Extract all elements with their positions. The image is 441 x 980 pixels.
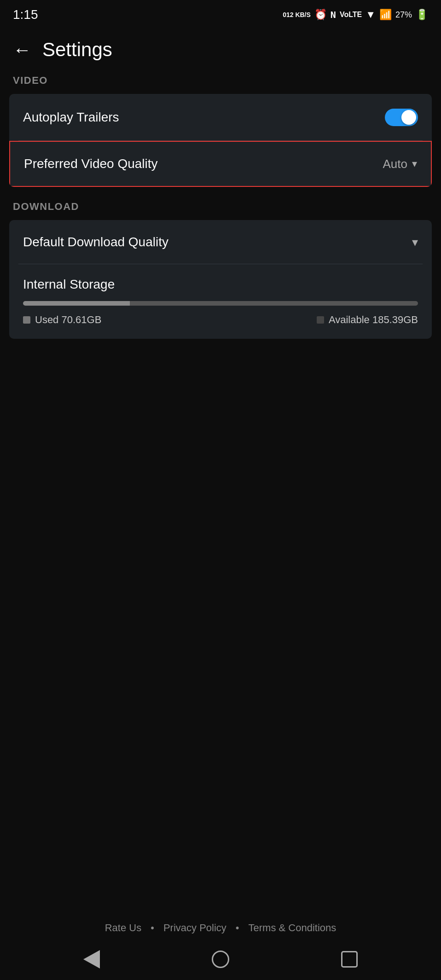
default-download-quality-row[interactable]: Default Download Quality ▾ xyxy=(9,220,432,264)
internal-storage-title: Internal Storage xyxy=(23,277,418,292)
default-download-quality-label: Default Download Quality xyxy=(23,235,168,249)
home-circle-icon xyxy=(212,951,229,968)
battery-icon: 🔋 xyxy=(416,9,428,21)
header: ← Settings xyxy=(0,28,441,75)
storage-legend: Used 70.61GB Available 185.39GB xyxy=(23,314,418,326)
storage-used-legend: Used 70.61GB xyxy=(23,314,101,326)
preferred-video-quality-label: Preferred Video Quality xyxy=(24,157,158,171)
storage-progress-bar xyxy=(23,301,418,306)
preferred-video-quality-value: Auto ▾ xyxy=(383,157,418,171)
terms-conditions-link[interactable]: Terms & Conditions xyxy=(249,922,337,934)
data-speed-icon: 012 KB/S xyxy=(283,11,311,18)
status-bar: 1:15 012 KB/S ⏰ N VoLTE ▼ 📶 27% 🔋 xyxy=(0,0,441,28)
nav-recents-button[interactable] xyxy=(341,951,358,968)
back-triangle-icon xyxy=(83,950,100,968)
footer-dot-1: • xyxy=(151,922,154,934)
download-section: DOWNLOAD Default Download Quality ▾ Inte… xyxy=(0,201,441,339)
video-section-label: VIDEO xyxy=(0,75,441,94)
internal-storage-row: Internal Storage Used 70.61GB Available … xyxy=(9,264,432,339)
toggle-knob xyxy=(401,110,416,125)
preferred-video-quality-row[interactable]: Preferred Video Quality Auto ▾ xyxy=(9,141,432,187)
used-dot-icon xyxy=(23,316,30,324)
status-time: 1:15 xyxy=(13,7,38,22)
nav-home-button[interactable] xyxy=(212,951,229,968)
nav-back-button[interactable] xyxy=(83,950,100,968)
available-dot-icon xyxy=(317,316,324,324)
video-section: VIDEO Autoplay Trailers Preferred Video … xyxy=(0,75,441,187)
footer: Rate Us • Privacy Policy • Terms & Condi… xyxy=(0,922,441,934)
download-settings-card: Default Download Quality ▾ Internal Stor… xyxy=(9,220,432,339)
chevron-down-icon: ▾ xyxy=(412,158,417,170)
recents-square-icon xyxy=(341,951,358,968)
autoplay-trailers-toggle[interactable] xyxy=(385,109,418,126)
storage-used-label: Used 70.61GB xyxy=(35,314,101,326)
storage-used-bar xyxy=(23,301,130,306)
battery-text: 27% xyxy=(395,10,412,20)
alarm-icon: ⏰ xyxy=(314,9,327,21)
footer-dot-2: • xyxy=(236,922,239,934)
video-settings-card: Autoplay Trailers Preferred Video Qualit… xyxy=(9,94,432,187)
nfc-icon: N xyxy=(331,9,336,20)
status-icons: 012 KB/S ⏰ N VoLTE ▼ 📶 27% 🔋 xyxy=(283,9,428,21)
wifi-icon: ▼ xyxy=(366,9,376,21)
page-title: Settings xyxy=(42,39,112,61)
autoplay-trailers-label: Autoplay Trailers xyxy=(23,110,119,125)
storage-available-label: Available 185.39GB xyxy=(329,314,418,326)
signal-icon: 📶 xyxy=(379,9,392,21)
preferred-video-quality-current: Auto xyxy=(383,157,408,171)
back-button[interactable]: ← xyxy=(13,40,31,60)
autoplay-trailers-row[interactable]: Autoplay Trailers xyxy=(9,94,432,141)
storage-available-legend: Available 185.39GB xyxy=(317,314,418,326)
nav-bar xyxy=(0,939,441,980)
volte-icon: VoLTE xyxy=(340,11,362,19)
download-quality-chevron-icon: ▾ xyxy=(412,235,418,249)
privacy-policy-link[interactable]: Privacy Policy xyxy=(163,922,226,934)
download-section-label: DOWNLOAD xyxy=(0,201,441,220)
rate-us-link[interactable]: Rate Us xyxy=(105,922,141,934)
